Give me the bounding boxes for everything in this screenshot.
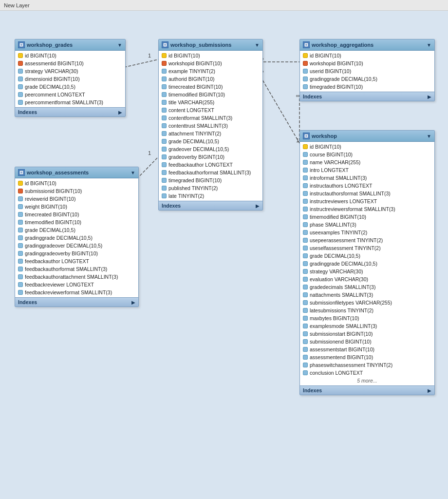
- field-icon: [303, 324, 308, 328]
- table-workshop-assessments: workshop_assessments ▼ id BIGINT(10) sub…: [15, 167, 139, 307]
- field-icon: [162, 154, 167, 159]
- indexes-arrow: ▶: [428, 388, 431, 393]
- field-row: attachment TINYINT(2): [159, 130, 262, 137]
- indexes-bar-workshop-assessments[interactable]: Indexes ▶: [15, 297, 138, 307]
- field-icon: [303, 246, 308, 250]
- field-row: phase SMALLINT(3): [300, 221, 434, 229]
- table-workshop-submissions: workshop_submissions ▼ id BIGINT(10) wor…: [158, 39, 263, 211]
- field-icon: [18, 228, 23, 232]
- field-row: submissionid BIGINT(10): [15, 187, 138, 195]
- table-header-workshop[interactable]: workshop ▼: [300, 131, 434, 142]
- svg-rect-26: [304, 134, 308, 138]
- field-row: gradinggrade DECIMAL(10,5): [15, 234, 138, 242]
- key-icon: [18, 53, 23, 58]
- field-icon: [18, 290, 23, 295]
- fields-workshop-aggregations: id BIGINT(10) workshopid BIGINT(10) user…: [300, 51, 434, 92]
- field-row: timemodified BIGINT(10): [159, 91, 262, 98]
- field-row: contentformat SMALLINT(3): [159, 114, 262, 122]
- field-row: grade DECIMAL(10,5): [15, 83, 125, 91]
- canvas: ∞ 1 ∞ 1 ∞ ∞ 1 ∞ 1 workshop_grades ▼ id B…: [0, 11, 448, 499]
- field-row: example TINYINT(2): [159, 67, 262, 75]
- field-row: gradeoverby BIGINT(10): [159, 153, 262, 161]
- field-icon: [303, 168, 308, 173]
- field-row: grade DECIMAL(10,5): [159, 137, 262, 145]
- more-fields-label: 5 more...: [357, 378, 377, 384]
- more-fields-row: 5 more...: [300, 377, 434, 384]
- indexes-label: Indexes: [303, 387, 322, 393]
- table-header-workshop-submissions[interactable]: workshop_submissions ▼: [159, 39, 262, 51]
- indexes-bar-workshop[interactable]: Indexes ▶: [300, 385, 434, 395]
- field-row: feedbackreviewer LONGTEXT: [15, 281, 138, 288]
- field-icon: [162, 123, 167, 128]
- field-icon: [303, 222, 308, 227]
- field-icon: [162, 147, 167, 152]
- field-icon: [18, 259, 23, 264]
- field-icon: [303, 69, 308, 74]
- field-row: userid BIGINT(10): [300, 67, 434, 75]
- field-row: gradinggradeoverby BIGINT(10): [15, 250, 138, 257]
- field-icon: [18, 196, 23, 201]
- field-icon: [18, 267, 23, 271]
- field-row: timegraded BIGINT(10): [300, 83, 434, 91]
- table-title-workshop-aggregations: workshop_aggregations: [312, 42, 425, 48]
- field-row: maxbytes BIGINT(10): [300, 314, 434, 322]
- field-row: reviewerid BIGINT(10): [15, 195, 138, 203]
- field-icon: [162, 178, 167, 183]
- field-icon: [303, 238, 308, 243]
- field-row: dimensionid BIGINT(10): [15, 75, 125, 83]
- field-icon: [303, 316, 308, 321]
- field-icon: [162, 170, 167, 175]
- field-icon: [303, 183, 308, 188]
- field-row: published TINYINT(2): [159, 184, 262, 192]
- field-row: feedbackauthor LONGTEXT: [15, 257, 138, 265]
- field-row: instructreviewers LONGTEXT: [300, 197, 434, 205]
- field-row: authorid BIGINT(10): [159, 75, 262, 83]
- table-header-workshop-aggregations[interactable]: workshop_aggregations ▼: [300, 39, 434, 51]
- table-header-workshop-grades[interactable]: workshop_grades ▼: [15, 39, 125, 51]
- indexes-bar-workshop-aggregations[interactable]: Indexes ▶: [300, 92, 434, 101]
- field-icon: [303, 152, 308, 157]
- indexes-bar-workshop-submissions[interactable]: Indexes ▶: [159, 201, 262, 210]
- fk-icon: [18, 61, 23, 66]
- field-row: instructauthorsformat SMALLINT(3): [300, 190, 434, 197]
- field-icon: [162, 69, 167, 74]
- field-icon: [303, 277, 308, 282]
- field-row: usepeerassessment TINYINT(2): [300, 236, 434, 244]
- field-icon: [303, 363, 308, 367]
- field-row: submissionstart BIGINT(10): [300, 330, 434, 338]
- indexes-arrow: ▶: [428, 94, 431, 99]
- table-workshop: workshop ▼ id BIGINT(10) course BIGINT(1…: [299, 130, 435, 395]
- table-workshop-grades: workshop_grades ▼ id BIGINT(10) assessme…: [15, 39, 126, 117]
- field-icon: [162, 92, 167, 97]
- field-row: strategy VARCHAR(30): [300, 268, 434, 275]
- key-icon: [303, 53, 308, 58]
- field-icon: [162, 186, 167, 191]
- field-icon: [303, 175, 308, 180]
- field-icon: [18, 235, 23, 240]
- field-row: assessmentstart BIGINT(10): [300, 345, 434, 353]
- field-row: conclusion LONGTEXT: [300, 369, 434, 377]
- svg-line-11: [259, 74, 302, 147]
- table-workshop-aggregations: workshop_aggregations ▼ id BIGINT(10) wo…: [299, 39, 435, 101]
- indexes-label: Indexes: [18, 109, 37, 115]
- field-icon: [18, 251, 23, 256]
- field-icon: [303, 347, 308, 352]
- field-row: name VARCHAR(255): [300, 158, 434, 166]
- fields-workshop-grades: id BIGINT(10) assessmentid BIGINT(10) st…: [15, 51, 125, 107]
- table-icon-workshop-submissions: [162, 41, 168, 48]
- key-icon: [303, 144, 308, 149]
- field-row: id BIGINT(10): [300, 52, 434, 59]
- table-arrow-workshop-submissions: ▼: [255, 42, 260, 48]
- indexes-bar-workshop-grades[interactable]: Indexes ▶: [15, 107, 125, 116]
- table-title-workshop: workshop: [312, 133, 425, 139]
- table-arrow-workshop-aggregations: ▼: [427, 42, 431, 48]
- field-icon: [18, 84, 23, 89]
- field-row: useselfassessment TINYINT(2): [300, 244, 434, 252]
- field-icon: [303, 214, 308, 219]
- field-row: feedbackauthorformat SMALLINT(3): [15, 265, 138, 273]
- field-row: grade DECIMAL(10,5): [15, 226, 138, 234]
- table-header-workshop-assessments[interactable]: workshop_assessments ▼: [15, 167, 138, 178]
- field-icon: [18, 220, 23, 225]
- indexes-label: Indexes: [162, 203, 181, 209]
- field-row: submissionend BIGINT(10): [300, 338, 434, 345]
